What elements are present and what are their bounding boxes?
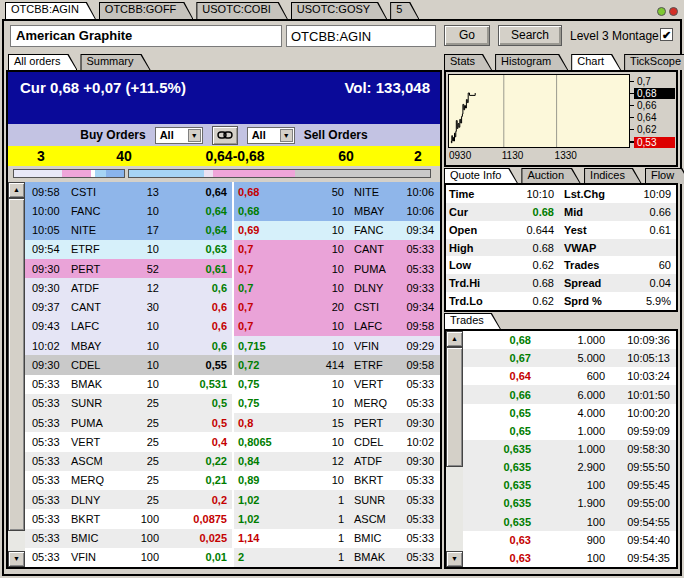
ask-row[interactable]: 0,7510MERQ05:33 xyxy=(234,394,440,413)
ask-row[interactable]: 0,8412ATDF09:30 xyxy=(234,452,440,471)
sell-orders-label: Sell Orders xyxy=(304,128,368,142)
bid-size: 13 xyxy=(121,186,159,198)
tab-tickscope[interactable]: TickScope xyxy=(624,54,684,70)
book-scrollbar[interactable]: ▲ ▼ xyxy=(8,182,25,567)
ask-time: 05:33 xyxy=(394,378,440,390)
ask-row[interactable]: 0,72414ETRF09:58 xyxy=(234,355,440,374)
bid-row[interactable]: 09:30ATDF120,6 xyxy=(25,278,232,297)
bid-row[interactable]: 09:37CANT300,6 xyxy=(25,298,232,317)
ask-row[interactable]: 0,710CANT05:33 xyxy=(234,240,440,259)
ask-price: 2 xyxy=(234,551,296,563)
symbol-input[interactable] xyxy=(286,25,436,47)
ask-row[interactable]: 21BMAK05:33 xyxy=(234,548,440,567)
bid-time: 05:33 xyxy=(25,378,71,390)
bid-row[interactable]: 05:33PUMA250,5 xyxy=(25,413,232,432)
tab-all-orders[interactable]: All orders xyxy=(8,54,77,70)
tab-otcbb-agin[interactable]: OTCBB:AGIN xyxy=(5,2,96,19)
scrollbar-thumb[interactable] xyxy=(446,347,463,467)
trade-row[interactable]: 0,681.00010:09:36 xyxy=(463,331,676,349)
bid-row[interactable]: 05:33MERQ250,21 xyxy=(25,471,232,490)
ask-row[interactable]: 0,6910FANC09:34 xyxy=(234,221,440,240)
tab-flow[interactable]: Flow xyxy=(645,168,684,184)
ask-row[interactable]: 1,021SUNR05:33 xyxy=(234,490,440,509)
trades-scrollbar[interactable]: ▲ ▼ xyxy=(446,331,463,567)
trade-row[interactable]: 0,654.00010:00:20 xyxy=(463,404,676,422)
ask-row[interactable]: 0,720CSTI09:34 xyxy=(234,298,440,317)
ask-row[interactable]: 0,8910BKRT05:33 xyxy=(234,471,440,490)
trade-row[interactable]: 0,666.00010:01:50 xyxy=(463,385,676,403)
bid-row[interactable]: 09:30PERT520,61 xyxy=(25,259,232,278)
tab-indices[interactable]: Indices xyxy=(584,168,642,184)
ask-row[interactable]: 0,6810MBAY10:06 xyxy=(234,201,440,220)
ask-mm: ETRF xyxy=(344,359,394,371)
tab-summary[interactable]: Summary xyxy=(80,54,150,70)
trade-size: 1.900 xyxy=(531,497,605,509)
bid-row[interactable]: 05:33SUNR250,5 xyxy=(25,394,232,413)
quote-row: Trd.Hi0.68Spread0.04 xyxy=(446,274,676,292)
trade-row[interactable]: 0,6352.90009:55:50 xyxy=(463,458,676,476)
trade-row[interactable]: 0,6310009:54:35 xyxy=(463,549,676,567)
ask-row[interactable]: 1,021ASCM05:33 xyxy=(234,509,440,528)
scroll-down-icon[interactable]: ▼ xyxy=(8,551,25,567)
ask-row[interactable]: 1,141BMIC05:33 xyxy=(234,529,440,548)
trade-row[interactable]: 0,63510009:55:45 xyxy=(463,476,676,494)
bid-row[interactable]: 05:33VERT250,4 xyxy=(25,432,232,451)
trade-row[interactable]: 0,6351.90009:55:00 xyxy=(463,494,676,512)
tab-auction[interactable]: Auction xyxy=(521,168,581,184)
chevron-down-icon[interactable]: ▼ xyxy=(280,129,293,142)
scroll-up-icon[interactable]: ▲ xyxy=(8,182,25,198)
ask-row[interactable]: 0,71510VFIN09:29 xyxy=(234,336,440,355)
bid-row[interactable]: 09:30CDEL100,55 xyxy=(25,355,232,374)
bid-row[interactable]: 05:33ASCM250,22 xyxy=(25,452,232,471)
level3-montage-checkbox[interactable]: ✔ xyxy=(660,28,673,41)
bid-row[interactable]: 05:33BMAK100,531 xyxy=(25,375,232,394)
chart-y-axis: 0,70,660,640,620,60,680,53 xyxy=(634,74,675,149)
trade-row[interactable]: 0,6351.00009:58:30 xyxy=(463,440,676,458)
trade-row[interactable]: 0,63510009:54:55 xyxy=(463,513,676,531)
tab-otcbb-goff[interactable]: OTCBB:GOFF xyxy=(99,2,194,19)
scroll-up-icon[interactable]: ▲ xyxy=(446,331,463,347)
sell-filter-select[interactable]: All ▼ xyxy=(247,127,295,144)
trade-row[interactable]: 0,6390009:54:40 xyxy=(463,531,676,549)
bid-row[interactable]: 10:05NITE170,64 xyxy=(25,221,232,240)
tab-chart[interactable]: Chart xyxy=(571,54,621,70)
ask-row[interactable]: 0,710PUMA05:33 xyxy=(234,259,440,278)
bid-row[interactable]: 05:33DLNY250,2 xyxy=(25,490,232,509)
buy-filter-select[interactable]: All ▼ xyxy=(155,127,203,144)
bid-row[interactable]: 10:00FANC100,64 xyxy=(25,201,232,220)
trades-tab-row: Trades xyxy=(444,313,504,329)
ask-row[interactable]: 0,6850NITE10:06 xyxy=(234,182,440,201)
tab-usotc-gosy[interactable]: USOTC:GOSY xyxy=(291,2,387,19)
bid-row[interactable]: 09:58CSTI130,64 xyxy=(25,182,232,201)
trade-row[interactable]: 0,651.00009:59:09 xyxy=(463,422,676,440)
link-filters-button[interactable] xyxy=(212,126,238,145)
bid-mm: ETRF xyxy=(71,243,121,255)
bid-row[interactable]: 05:33BKRT1000,0875 xyxy=(25,509,232,528)
tab-5[interactable]: 5 xyxy=(390,2,419,19)
bid-row[interactable]: 09:43LAFC100,6 xyxy=(25,317,232,336)
tab-histogram[interactable]: Histogram xyxy=(495,54,568,70)
ask-row[interactable]: 0,710DLNY09:33 xyxy=(234,278,440,297)
tab-trades[interactable]: Trades xyxy=(444,313,501,329)
go-button[interactable]: Go xyxy=(444,25,490,46)
ask-row[interactable]: 0,710LAFC09:58 xyxy=(234,317,440,336)
scroll-down-icon[interactable]: ▼ xyxy=(446,551,463,567)
trade-price: 0,64 xyxy=(463,370,531,382)
ask-row[interactable]: 0,7510VERT05:33 xyxy=(234,375,440,394)
tab-stats[interactable]: Stats xyxy=(444,54,492,70)
trade-row[interactable]: 0,675.00010:05:13 xyxy=(463,349,676,367)
trade-row[interactable]: 0,6460010:03:24 xyxy=(463,367,676,385)
bid-row[interactable]: 05:33VFIN1000,01 xyxy=(25,548,232,567)
bid-row[interactable]: 09:54ETRF100,63 xyxy=(25,240,232,259)
ask-size: 20 xyxy=(296,301,344,313)
ask-row[interactable]: 0,806510CDEL10:02 xyxy=(234,432,440,451)
ask-row[interactable]: 0,815PERT09:30 xyxy=(234,413,440,432)
search-button[interactable]: Search xyxy=(498,25,562,46)
chevron-down-icon[interactable]: ▼ xyxy=(188,129,201,142)
bid-row[interactable]: 05:33BMIC1000,025 xyxy=(25,529,232,548)
tab-quote-info[interactable]: Quote Info xyxy=(444,168,518,184)
scrollbar-thumb[interactable] xyxy=(8,198,25,531)
volume-text: Vol: 133,048 xyxy=(344,79,430,124)
tab-usotc-cobi[interactable]: USOTC:COBI xyxy=(196,2,287,19)
bid-row[interactable]: 10:02MBAY100,6 xyxy=(25,336,232,355)
